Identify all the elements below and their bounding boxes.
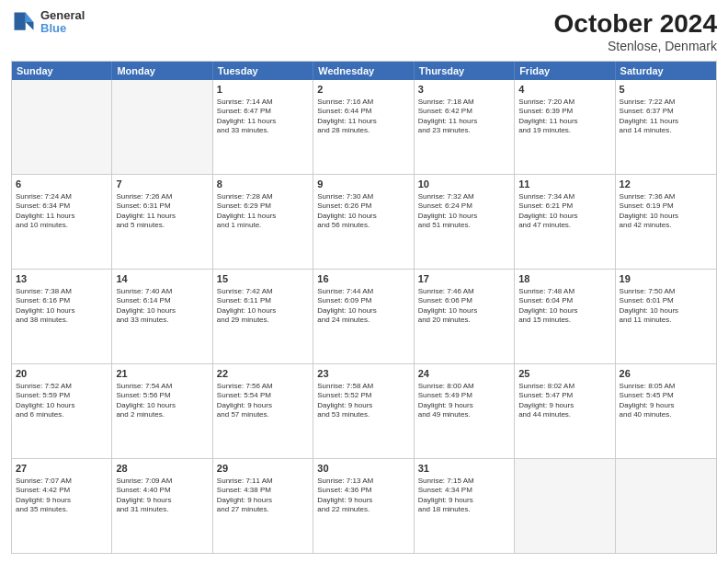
calendar-cell: 4Sunrise: 7:20 AM Sunset: 6:39 PM Daylig… <box>515 80 615 174</box>
cell-content: Sunrise: 7:18 AM Sunset: 6:42 PM Dayligh… <box>418 98 510 136</box>
day-number: 5 <box>620 83 712 97</box>
calendar-body: 1Sunrise: 7:14 AM Sunset: 6:47 PM Daylig… <box>12 80 716 553</box>
calendar-cell: 29Sunrise: 7:11 AM Sunset: 4:38 PM Dayli… <box>213 459 313 553</box>
calendar-cell: 11Sunrise: 7:34 AM Sunset: 6:21 PM Dayli… <box>515 175 615 269</box>
cell-content: Sunrise: 7:14 AM Sunset: 6:47 PM Dayligh… <box>217 98 309 136</box>
calendar-cell: 25Sunrise: 8:02 AM Sunset: 5:47 PM Dayli… <box>515 364 615 458</box>
calendar-cell: 10Sunrise: 7:32 AM Sunset: 6:24 PM Dayli… <box>415 175 515 269</box>
calendar-cell: 28Sunrise: 7:09 AM Sunset: 4:40 PM Dayli… <box>112 459 212 553</box>
day-number: 18 <box>518 272 610 286</box>
day-number: 2 <box>317 83 409 97</box>
cell-content: Sunrise: 8:05 AM Sunset: 5:45 PM Dayligh… <box>620 382 712 420</box>
calendar-cell: 2Sunrise: 7:16 AM Sunset: 6:44 PM Daylig… <box>313 80 414 174</box>
day-number: 14 <box>116 272 208 286</box>
day-number: 10 <box>418 178 510 191</box>
calendar-cell <box>515 459 615 553</box>
day-number: 28 <box>116 462 208 476</box>
calendar-cell: 20Sunrise: 7:52 AM Sunset: 5:59 PM Dayli… <box>12 364 112 458</box>
svg-rect-2 <box>15 13 26 30</box>
cell-content: Sunrise: 8:02 AM Sunset: 5:47 PM Dayligh… <box>518 382 610 420</box>
cell-content: Sunrise: 7:13 AM Sunset: 4:36 PM Dayligh… <box>317 477 409 515</box>
cell-content: Sunrise: 7:22 AM Sunset: 6:37 PM Dayligh… <box>620 98 712 136</box>
day-number: 1 <box>217 83 309 97</box>
calendar-row-2: 13Sunrise: 7:38 AM Sunset: 6:16 PM Dayli… <box>12 270 716 364</box>
calendar-cell: 18Sunrise: 7:48 AM Sunset: 6:04 PM Dayli… <box>515 270 615 363</box>
calendar-cell: 27Sunrise: 7:07 AM Sunset: 4:42 PM Dayli… <box>12 459 112 553</box>
cell-content: Sunrise: 7:28 AM Sunset: 6:29 PM Dayligh… <box>217 192 309 231</box>
day-number: 6 <box>16 178 108 191</box>
cell-content: Sunrise: 7:16 AM Sunset: 6:44 PM Dayligh… <box>317 98 409 136</box>
cell-content: Sunrise: 7:52 AM Sunset: 5:59 PM Dayligh… <box>16 382 108 420</box>
cell-content: Sunrise: 7:26 AM Sunset: 6:31 PM Dayligh… <box>116 192 208 231</box>
cell-content: Sunrise: 7:38 AM Sunset: 6:16 PM Dayligh… <box>16 287 108 326</box>
day-header-sunday: Sunday <box>12 62 112 80</box>
calendar-row-3: 20Sunrise: 7:52 AM Sunset: 5:59 PM Dayli… <box>12 364 716 459</box>
cell-content: Sunrise: 7:09 AM Sunset: 4:40 PM Dayligh… <box>116 477 208 515</box>
calendar-row-4: 27Sunrise: 7:07 AM Sunset: 4:42 PM Dayli… <box>12 459 716 553</box>
day-number: 15 <box>217 272 309 286</box>
calendar-cell <box>112 80 212 174</box>
calendar-cell: 17Sunrise: 7:46 AM Sunset: 6:06 PM Dayli… <box>415 270 515 363</box>
title-block: October 2024 Stenlose, Denmark <box>554 9 717 53</box>
calendar-row-1: 6Sunrise: 7:24 AM Sunset: 6:34 PM Daylig… <box>12 175 716 270</box>
day-number: 13 <box>16 272 108 286</box>
day-number: 21 <box>116 367 208 381</box>
calendar-cell <box>616 459 716 553</box>
calendar-cell: 13Sunrise: 7:38 AM Sunset: 6:16 PM Dayli… <box>12 270 112 363</box>
svg-marker-0 <box>26 13 34 23</box>
day-number: 26 <box>620 367 712 381</box>
calendar-cell: 24Sunrise: 8:00 AM Sunset: 5:49 PM Dayli… <box>415 364 515 458</box>
day-number: 31 <box>418 462 510 476</box>
cell-content: Sunrise: 7:50 AM Sunset: 6:01 PM Dayligh… <box>620 287 712 326</box>
calendar-cell <box>12 80 112 174</box>
calendar-cell: 5Sunrise: 7:22 AM Sunset: 6:37 PM Daylig… <box>616 80 716 174</box>
calendar-title: October 2024 <box>554 9 717 39</box>
day-header-wednesday: Wednesday <box>313 62 414 80</box>
calendar-cell: 9Sunrise: 7:30 AM Sunset: 6:26 PM Daylig… <box>313 175 414 269</box>
day-number: 9 <box>317 178 409 191</box>
calendar-cell: 31Sunrise: 7:15 AM Sunset: 4:34 PM Dayli… <box>415 459 515 553</box>
cell-content: Sunrise: 7:11 AM Sunset: 4:38 PM Dayligh… <box>217 477 309 515</box>
calendar-cell: 14Sunrise: 7:40 AM Sunset: 6:14 PM Dayli… <box>112 270 212 363</box>
logo-text: General Blue <box>40 9 85 36</box>
day-number: 30 <box>317 462 409 476</box>
svg-marker-1 <box>26 22 34 30</box>
calendar-subtitle: Stenlose, Denmark <box>554 39 717 53</box>
calendar-cell: 19Sunrise: 7:50 AM Sunset: 6:01 PM Dayli… <box>616 270 716 363</box>
day-number: 12 <box>620 178 712 191</box>
logo-line2: Blue <box>40 22 85 35</box>
calendar-cell: 6Sunrise: 7:24 AM Sunset: 6:34 PM Daylig… <box>12 175 112 269</box>
calendar-cell: 15Sunrise: 7:42 AM Sunset: 6:11 PM Dayli… <box>213 270 313 363</box>
calendar-cell: 16Sunrise: 7:44 AM Sunset: 6:09 PM Dayli… <box>313 270 414 363</box>
calendar-cell: 30Sunrise: 7:13 AM Sunset: 4:36 PM Dayli… <box>313 459 414 553</box>
day-number: 16 <box>317 272 409 286</box>
day-number: 23 <box>317 367 409 381</box>
calendar-cell: 1Sunrise: 7:14 AM Sunset: 6:47 PM Daylig… <box>213 80 313 174</box>
page: General Blue October 2024 Stenlose, Denm… <box>0 0 728 563</box>
day-number: 17 <box>418 272 510 286</box>
calendar-cell: 3Sunrise: 7:18 AM Sunset: 6:42 PM Daylig… <box>415 80 515 174</box>
calendar-cell: 26Sunrise: 8:05 AM Sunset: 5:45 PM Dayli… <box>616 364 716 458</box>
cell-content: Sunrise: 7:15 AM Sunset: 4:34 PM Dayligh… <box>418 477 510 515</box>
cell-content: Sunrise: 7:32 AM Sunset: 6:24 PM Dayligh… <box>418 192 510 231</box>
cell-content: Sunrise: 7:24 AM Sunset: 6:34 PM Dayligh… <box>16 192 108 231</box>
calendar-cell: 22Sunrise: 7:56 AM Sunset: 5:54 PM Dayli… <box>213 364 313 458</box>
cell-content: Sunrise: 7:42 AM Sunset: 6:11 PM Dayligh… <box>217 287 309 326</box>
cell-content: Sunrise: 7:54 AM Sunset: 5:56 PM Dayligh… <box>116 382 208 420</box>
calendar: SundayMondayTuesdayWednesdayThursdayFrid… <box>11 61 717 554</box>
calendar-cell: 8Sunrise: 7:28 AM Sunset: 6:29 PM Daylig… <box>213 175 313 269</box>
calendar-header: SundayMondayTuesdayWednesdayThursdayFrid… <box>12 62 716 80</box>
day-number: 24 <box>418 367 510 381</box>
logo-line1: General <box>40 9 85 22</box>
calendar-cell: 12Sunrise: 7:36 AM Sunset: 6:19 PM Dayli… <box>616 175 716 269</box>
cell-content: Sunrise: 7:07 AM Sunset: 4:42 PM Dayligh… <box>16 477 108 515</box>
day-number: 11 <box>518 178 610 191</box>
day-number: 3 <box>418 83 510 97</box>
day-number: 7 <box>116 178 208 191</box>
cell-content: Sunrise: 7:20 AM Sunset: 6:39 PM Dayligh… <box>518 98 610 136</box>
cell-content: Sunrise: 8:00 AM Sunset: 5:49 PM Dayligh… <box>418 382 510 420</box>
cell-content: Sunrise: 7:40 AM Sunset: 6:14 PM Dayligh… <box>116 287 208 326</box>
day-number: 22 <box>217 367 309 381</box>
logo-icon <box>11 9 37 35</box>
day-header-saturday: Saturday <box>616 62 716 80</box>
